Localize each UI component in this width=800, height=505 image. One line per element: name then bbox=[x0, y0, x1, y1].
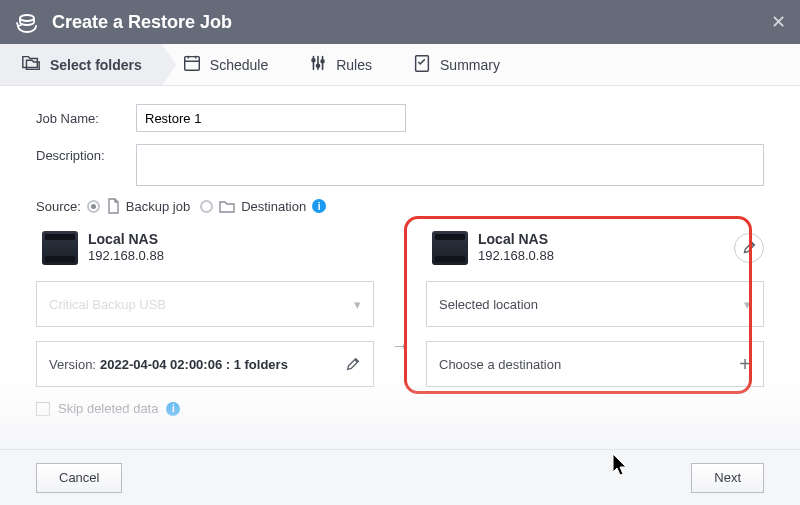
version-value: 2022-04-04 02:00:06 : 1 folders bbox=[100, 357, 288, 372]
choose-destination-label: Choose a destination bbox=[439, 357, 561, 372]
modal-title: Create a Restore Job bbox=[52, 12, 232, 33]
source-device-ip: 192.168.0.88 bbox=[88, 248, 164, 265]
job-name-label: Job Name: bbox=[36, 111, 136, 126]
close-icon[interactable]: ✕ bbox=[771, 11, 786, 33]
step-label: Select folders bbox=[50, 57, 142, 73]
edit-destination-button[interactable] bbox=[734, 233, 764, 263]
source-column: Local NAS 192.168.0.88 Critical Backup U… bbox=[36, 224, 374, 416]
step-summary[interactable]: Summary bbox=[392, 44, 520, 85]
description-row: Description: bbox=[36, 144, 764, 186]
job-name-input[interactable] bbox=[136, 104, 406, 132]
chevron-down-icon: ▾ bbox=[354, 297, 361, 312]
choose-destination-field[interactable]: Choose a destination + bbox=[426, 341, 764, 387]
svg-point-3 bbox=[317, 64, 320, 67]
folder-icon bbox=[219, 199, 235, 213]
step-rules[interactable]: Rules bbox=[288, 44, 392, 85]
destination-device-ip: 192.168.0.88 bbox=[478, 248, 554, 265]
sliders-icon bbox=[308, 53, 328, 76]
destination-column: Local NAS 192.168.0.88 Selected location… bbox=[426, 224, 764, 401]
source-device-name: Local NAS bbox=[88, 230, 164, 248]
version-label: Version: bbox=[49, 357, 96, 372]
source-label: Source: bbox=[36, 199, 81, 214]
source-device: Local NAS 192.168.0.88 bbox=[42, 230, 374, 265]
modal-body: Job Name: Description: Source: Backup jo… bbox=[0, 86, 800, 449]
job-name-row: Job Name: bbox=[36, 104, 764, 132]
skip-deleted-label: Skip deleted data bbox=[58, 401, 158, 416]
backup-job-select[interactable]: Critical Backup USB ▾ bbox=[36, 281, 374, 327]
destination-device: Local NAS 192.168.0.88 bbox=[432, 230, 764, 265]
cancel-button[interactable]: Cancel bbox=[36, 463, 122, 493]
svg-point-4 bbox=[321, 60, 324, 63]
file-icon bbox=[106, 198, 120, 214]
source-dest-columns: Local NAS 192.168.0.88 Critical Backup U… bbox=[36, 224, 764, 416]
svg-rect-1 bbox=[185, 57, 200, 71]
device-text: Local NAS 192.168.0.88 bbox=[88, 230, 164, 265]
radio-destination[interactable] bbox=[200, 200, 213, 213]
modal-footer: Cancel Next bbox=[0, 449, 800, 505]
info-icon[interactable]: i bbox=[312, 199, 326, 213]
wizard-steps: Select folders Schedule Rules Summary bbox=[0, 44, 800, 86]
arrow-right-icon: → bbox=[390, 336, 410, 357]
calendar-icon bbox=[182, 53, 202, 76]
backup-job-select-value: Critical Backup USB bbox=[49, 297, 166, 312]
titlebar: Create a Restore Job ✕ bbox=[0, 0, 800, 44]
version-field[interactable]: Version: 2022-04-04 02:00:06 : 1 folders bbox=[36, 341, 374, 387]
device-text: Local NAS 192.168.0.88 bbox=[478, 230, 554, 265]
step-label: Rules bbox=[336, 57, 372, 73]
plus-icon: + bbox=[739, 353, 751, 376]
selected-location-select[interactable]: Selected location ▾ bbox=[426, 281, 764, 327]
description-input[interactable] bbox=[136, 144, 764, 186]
destination-device-name: Local NAS bbox=[478, 230, 554, 248]
skip-deleted-row: Skip deleted data i bbox=[36, 401, 374, 416]
next-button[interactable]: Next bbox=[691, 463, 764, 493]
restore-job-modal: Create a Restore Job ✕ Select folders Sc… bbox=[0, 0, 800, 505]
step-label: Schedule bbox=[210, 57, 268, 73]
nas-icon bbox=[432, 231, 468, 265]
step-label: Summary bbox=[440, 57, 500, 73]
selected-location-value: Selected location bbox=[439, 297, 538, 312]
description-label: Description: bbox=[36, 144, 136, 163]
info-icon[interactable]: i bbox=[166, 402, 180, 416]
summary-icon bbox=[412, 53, 432, 76]
chevron-down-icon: ▾ bbox=[744, 297, 751, 312]
step-select-folders[interactable]: Select folders bbox=[0, 44, 162, 85]
svg-point-0 bbox=[20, 15, 34, 21]
restore-app-icon bbox=[14, 9, 40, 35]
svg-point-2 bbox=[312, 59, 315, 62]
radio-backup-job[interactable] bbox=[87, 200, 100, 213]
step-schedule[interactable]: Schedule bbox=[162, 44, 288, 85]
folders-icon bbox=[20, 53, 42, 76]
source-destination-label: Destination bbox=[241, 199, 306, 214]
source-row: Source: Backup job Destination i bbox=[36, 198, 764, 214]
nas-icon bbox=[42, 231, 78, 265]
skip-deleted-checkbox[interactable] bbox=[36, 402, 50, 416]
source-backup-job-label: Backup job bbox=[126, 199, 190, 214]
edit-icon[interactable] bbox=[345, 356, 361, 372]
svg-rect-5 bbox=[416, 56, 429, 71]
